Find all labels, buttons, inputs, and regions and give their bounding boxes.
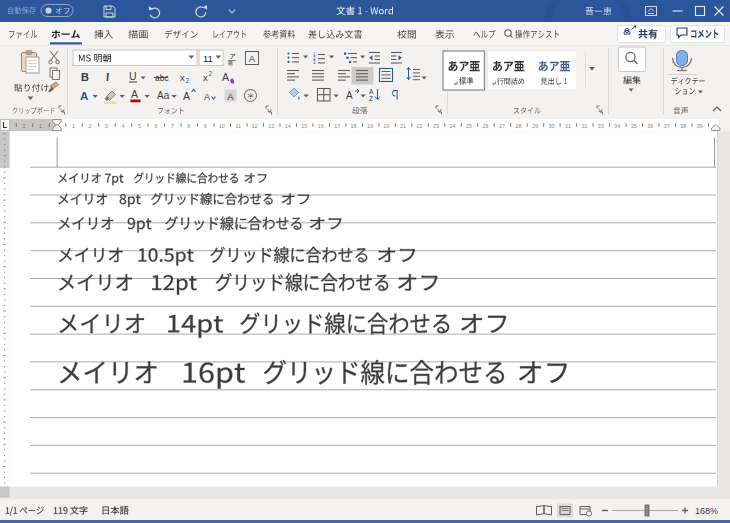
svg-text:24: 24 — [450, 123, 456, 129]
svg-text:35: 35 — [631, 123, 637, 129]
svg-text:21: 21 — [400, 123, 406, 129]
svg-text:33: 33 — [598, 123, 604, 129]
svg-text:2: 2 — [89, 123, 92, 129]
svg-text:38: 38 — [680, 123, 686, 129]
svg-text:x: x — [203, 72, 208, 83]
svg-text:12: 12 — [252, 123, 258, 129]
svg-text:29: 29 — [532, 123, 538, 129]
svg-text:6: 6 — [154, 123, 157, 129]
svg-text:11: 11 — [235, 123, 241, 129]
svg-text:2: 2 — [23, 123, 26, 129]
svg-text:17: 17 — [334, 123, 340, 129]
svg-text:8: 8 — [187, 123, 190, 129]
svg-text:28: 28 — [515, 123, 521, 129]
svg-text:9: 9 — [204, 123, 207, 129]
svg-text:A: A — [227, 91, 234, 102]
svg-text:2: 2 — [186, 77, 190, 84]
svg-text:4: 4 — [121, 123, 124, 129]
svg-text:13: 13 — [268, 123, 274, 129]
svg-text:15: 15 — [301, 123, 307, 129]
svg-text:37: 37 — [664, 123, 670, 129]
svg-text:34: 34 — [614, 123, 620, 129]
svg-text:A: A — [346, 90, 353, 101]
svg-text:2: 2 — [209, 70, 213, 77]
svg-text:39: 39 — [697, 123, 703, 129]
svg-text:x: x — [180, 72, 185, 83]
svg-text:36: 36 — [647, 123, 653, 129]
svg-text:18: 18 — [351, 123, 357, 129]
svg-text:16: 16 — [318, 123, 324, 129]
svg-text:A: A — [80, 90, 88, 102]
svg-text:27: 27 — [499, 123, 505, 129]
svg-text:23: 23 — [433, 123, 439, 129]
svg-text:A: A — [222, 71, 229, 83]
svg-text:11: 11 — [203, 53, 213, 64]
svg-text:A: A — [131, 88, 138, 100]
svg-text:3: 3 — [105, 123, 108, 129]
svg-text:20: 20 — [384, 123, 390, 129]
svg-text:32: 32 — [581, 123, 587, 129]
svg-text:19: 19 — [367, 123, 373, 129]
svg-text:22: 22 — [417, 123, 423, 129]
svg-text:I: I — [106, 71, 109, 83]
svg-text:25: 25 — [466, 123, 472, 129]
svg-text:14: 14 — [285, 123, 291, 129]
svg-text:A: A — [369, 88, 374, 95]
svg-text:26: 26 — [483, 123, 489, 129]
svg-text:1: 1 — [39, 123, 42, 129]
svg-text:U: U — [129, 70, 137, 82]
svg-text:10: 10 — [219, 123, 225, 129]
svg-text:168%: 168% — [695, 506, 718, 516]
svg-text:A: A — [249, 53, 256, 64]
svg-text:31: 31 — [565, 123, 571, 129]
svg-text:30: 30 — [548, 123, 554, 129]
svg-text:Z: Z — [369, 95, 373, 102]
svg-text:Aa: Aa — [157, 90, 170, 101]
svg-text:A: A — [204, 92, 210, 102]
svg-text:5: 5 — [138, 123, 141, 129]
svg-text:B: B — [81, 71, 89, 83]
svg-text:1: 1 — [72, 123, 75, 129]
svg-text:A: A — [183, 90, 190, 102]
svg-text:7: 7 — [171, 123, 174, 129]
